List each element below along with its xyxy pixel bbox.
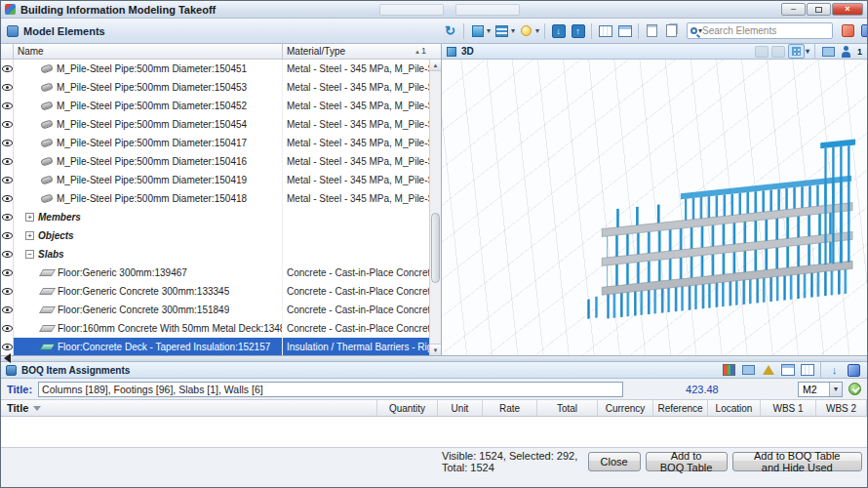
collapse-panel-icon[interactable] xyxy=(4,353,11,363)
boq-title-input[interactable] xyxy=(38,382,623,397)
sort-asc-icon[interactable] xyxy=(826,362,843,379)
app-icon xyxy=(5,4,16,15)
eye-icon[interactable] xyxy=(2,249,13,260)
scrollbar-track[interactable] xyxy=(430,71,441,344)
table-icon[interactable] xyxy=(616,22,633,39)
tree-item-row[interactable]: Floor:160mm Concrete With 50mm Metal Dec… xyxy=(1,319,429,338)
ghost-cube[interactable] xyxy=(755,46,769,58)
tree-item-row[interactable]: M_Pile-Steel Pipe:500mm Diameter:150454M… xyxy=(1,115,429,134)
column-header-title[interactable]: Title xyxy=(1,400,377,416)
close-button[interactable]: Close xyxy=(588,452,641,471)
tree-item-row[interactable]: M_Pile-Steel Pipe:500mm Diameter:150452M… xyxy=(1,97,429,115)
tree-item-row[interactable]: Floor:Generic Concrete 300mm:133345Concr… xyxy=(1,282,429,301)
expand-toggle[interactable]: + xyxy=(25,213,34,222)
column-header-location[interactable]: Location xyxy=(708,400,761,416)
dropdown-caret[interactable]: ▾ xyxy=(806,47,809,56)
column-header-total[interactable]: Total xyxy=(537,400,598,416)
eye-icon[interactable] xyxy=(2,267,13,278)
tree-item-row[interactable]: Floor:Generic Concrete 300mm:151849Concr… xyxy=(1,301,429,319)
assign-up-icon[interactable] xyxy=(570,22,586,39)
element-name: Floor:Generic Concrete 300mm:133345 xyxy=(58,286,229,297)
eye-icon[interactable] xyxy=(2,82,13,93)
eye-icon[interactable] xyxy=(2,230,13,241)
column-header-reference[interactable]: Reference xyxy=(653,400,708,416)
monitor-icon[interactable] xyxy=(740,362,757,379)
name-column-header[interactable]: Name xyxy=(14,44,283,59)
close-button[interactable]: × xyxy=(832,3,863,16)
table-columns-icon[interactable] xyxy=(597,22,613,39)
tree-group-row[interactable]: −Slabs xyxy=(1,245,429,264)
collapse-toggle[interactable]: − xyxy=(25,250,34,259)
cube-icon[interactable] xyxy=(469,22,486,39)
tree-item-row[interactable]: Floor:Generic 300mm:139467Concrete - Cas… xyxy=(1,264,429,282)
vertical-scrollbar[interactable]: ▲ ▼ xyxy=(429,60,441,355)
unit-select[interactable]: M2 ▼ xyxy=(798,382,843,397)
assign-down-icon[interactable] xyxy=(550,22,567,39)
maximize-button[interactable] xyxy=(807,3,831,16)
3d-canvas[interactable] xyxy=(442,60,867,355)
eye-icon[interactable] xyxy=(2,175,13,185)
minimize-button[interactable]: – xyxy=(781,3,806,16)
confirm-check-icon[interactable] xyxy=(848,383,861,395)
tree-item-row[interactable]: M_Pile-Steel Pipe:500mm Diameter:150417M… xyxy=(1,134,429,152)
visibility-column-header[interactable] xyxy=(1,44,14,59)
pin-icon[interactable] xyxy=(859,22,868,39)
dropdown-caret[interactable]: ▾ xyxy=(535,26,539,35)
tree-item-row[interactable]: M_Pile-Steel Pipe:500mm Diameter:150419M… xyxy=(1,171,429,189)
highlight-icon[interactable] xyxy=(840,22,856,39)
column-header-quantity[interactable]: Quantity xyxy=(377,400,438,416)
document-icon[interactable] xyxy=(644,22,660,39)
active-view-button[interactable] xyxy=(788,44,805,59)
palette-grid-icon[interactable] xyxy=(721,362,737,379)
search-box[interactable]: ▾ xyxy=(687,22,833,39)
eye-icon[interactable] xyxy=(2,138,13,148)
documents-icon[interactable] xyxy=(663,22,680,39)
refresh-icon[interactable] xyxy=(442,22,458,39)
person-icon[interactable] xyxy=(840,45,852,59)
eye-icon[interactable] xyxy=(2,342,13,352)
column-header-unit[interactable]: Unit xyxy=(438,400,483,416)
eye-icon[interactable] xyxy=(2,286,13,297)
eye-icon[interactable] xyxy=(2,193,13,204)
boq-table-body[interactable] xyxy=(1,417,867,448)
scrollbar-thumb[interactable] xyxy=(431,213,440,283)
tree-item-row[interactable]: Floor:Concrete Deck - Tapered Insulation… xyxy=(1,338,429,355)
eye-icon[interactable] xyxy=(2,305,13,315)
add-to-boq-table-and-hide-used-button[interactable]: Add to BOQ Table and Hide Used xyxy=(732,452,863,471)
eye-icon[interactable] xyxy=(2,119,13,130)
table-columns-icon[interactable] xyxy=(799,362,815,379)
pyramid-icon[interactable] xyxy=(760,362,776,379)
dropdown-caret[interactable]: ▾ xyxy=(511,26,515,35)
eye-icon[interactable] xyxy=(2,323,13,334)
tree-group-row[interactable]: +Members xyxy=(1,208,429,226)
pin-icon[interactable] xyxy=(846,362,862,379)
column-header-currency[interactable]: Currency xyxy=(598,400,653,416)
horizontal-splitter[interactable] xyxy=(1,356,867,362)
eye-icon[interactable] xyxy=(2,212,13,223)
eye-icon[interactable] xyxy=(2,156,13,167)
dropdown-caret[interactable]: ▾ xyxy=(487,26,491,35)
search-input[interactable] xyxy=(702,25,829,36)
ghost-cube[interactable] xyxy=(771,46,785,58)
add-to-boq-table-button[interactable]: Add to BOQ Table xyxy=(646,452,728,471)
eye-icon[interactable] xyxy=(2,101,13,111)
column-header-wbs-2[interactable]: WBS 2 xyxy=(816,400,867,416)
tree-item-row[interactable]: M_Pile-Steel Pipe:500mm Diameter:150453M… xyxy=(1,78,429,97)
bulb-icon[interactable] xyxy=(518,22,534,39)
scroll-down-icon[interactable]: ▼ xyxy=(430,344,441,355)
filter-funnel-icon[interactable] xyxy=(33,406,41,411)
scroll-up-icon[interactable]: ▲ xyxy=(430,60,441,71)
column-header-rate[interactable]: Rate xyxy=(483,400,537,416)
tree-item-row[interactable]: M_Pile-Steel Pipe:500mm Diameter:150451M… xyxy=(1,60,429,78)
expand-toggle[interactable]: + xyxy=(25,231,34,240)
screen-icon[interactable] xyxy=(820,43,837,60)
table-icon[interactable] xyxy=(779,362,796,379)
unit-dropdown-caret[interactable]: ▼ xyxy=(829,383,842,396)
tree-group-row[interactable]: +Objects xyxy=(1,226,429,245)
layers-icon[interactable] xyxy=(493,22,510,39)
eye-icon[interactable] xyxy=(2,63,13,74)
column-header-wbs-1[interactable]: WBS 1 xyxy=(761,400,816,416)
tree-item-row[interactable]: M_Pile-Steel Pipe:500mm Diameter:150418M… xyxy=(1,189,429,208)
element-material: Metal - Steel - 345 MPa, M_Pile-Steel P xyxy=(283,115,429,134)
tree-item-row[interactable]: M_Pile-Steel Pipe:500mm Diameter:150416M… xyxy=(1,152,429,171)
